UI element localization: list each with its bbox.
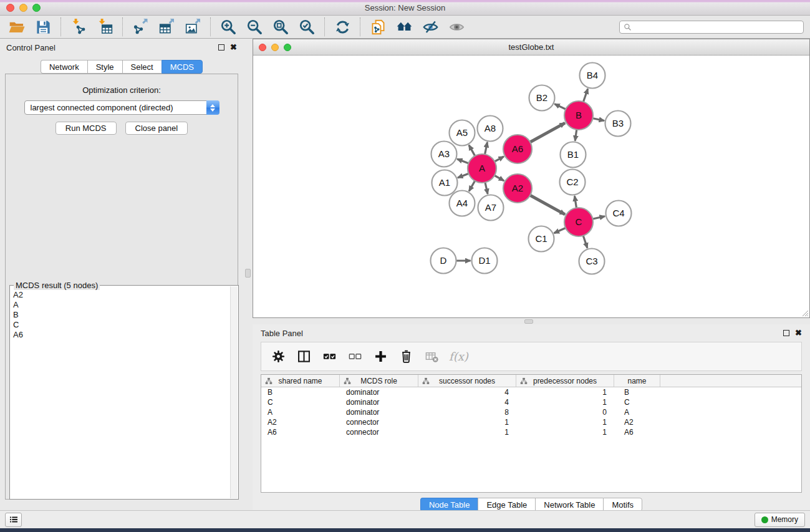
- column-header-predecessor-nodes[interactable]: predecessor nodes: [516, 375, 614, 387]
- graph-node-A8[interactable]: A8: [478, 116, 503, 142]
- zoom-in-button[interactable]: [215, 17, 241, 37]
- graph-node-D1[interactable]: D1: [472, 248, 498, 274]
- table-settings-icon: [271, 349, 286, 364]
- show-graphics-details-icon: [448, 19, 465, 36]
- graph-node-B1[interactable]: B1: [561, 142, 586, 168]
- table-row[interactable]: A2connector11A2: [261, 417, 801, 427]
- graph-node-C1[interactable]: C1: [529, 226, 554, 252]
- float-table-panel-icon[interactable]: [783, 330, 789, 336]
- column-header-shared-name[interactable]: shared name: [261, 375, 340, 387]
- tab-node-table[interactable]: Node Table: [420, 498, 478, 511]
- mcds-result-item[interactable]: A: [13, 300, 230, 310]
- graph-node-A5[interactable]: A5: [450, 120, 475, 146]
- graph-node-C[interactable]: C: [564, 208, 593, 236]
- new-network-from-selection-button[interactable]: [365, 17, 391, 37]
- zoom-selected-button[interactable]: [294, 17, 320, 37]
- close-panel-icon[interactable]: ✖: [230, 44, 237, 51]
- graph-node-A7[interactable]: A7: [478, 195, 504, 221]
- window-resize-grip-icon[interactable]: [801, 309, 808, 316]
- graph-node-B[interactable]: B: [564, 101, 593, 130]
- main-toolbar: [0, 16, 810, 39]
- open-session-button[interactable]: [4, 17, 30, 37]
- table-row[interactable]: A6connector11A6: [261, 427, 801, 437]
- deselect-all-button[interactable]: [347, 349, 363, 365]
- table-cell: A2: [261, 417, 340, 427]
- mcds-result-item[interactable]: C: [13, 320, 230, 330]
- table-row[interactable]: Bdominator41B: [261, 387, 801, 397]
- show-panels-menu-button[interactable]: [5, 513, 22, 527]
- horizontal-splitter[interactable]: [253, 318, 810, 324]
- toolbar-separator: [60, 17, 61, 36]
- search-box[interactable]: [619, 21, 804, 34]
- graph-node-A6[interactable]: A6: [503, 135, 532, 163]
- close-panel-button[interactable]: Close panel: [125, 122, 188, 135]
- toggle-graphics-details-button[interactable]: [417, 17, 443, 37]
- graph-node-C2[interactable]: C2: [560, 170, 586, 195]
- show-graphics-details-button[interactable]: [443, 17, 470, 37]
- column-header-MCDS-role[interactable]: MCDS role: [340, 375, 418, 387]
- tab-select[interactable]: Select: [122, 60, 162, 74]
- select-all-button[interactable]: [321, 349, 337, 365]
- dropdown-selected-value: largest connected component (directed): [25, 101, 219, 114]
- graph-node-C3[interactable]: C3: [579, 249, 605, 274]
- close-table-panel-icon[interactable]: ✖: [795, 330, 802, 336]
- optimization-criterion-select[interactable]: largest connected component (directed): [24, 100, 219, 115]
- graph-node-label: C: [576, 216, 582, 227]
- horizontal-splitter-grip[interactable]: [524, 319, 533, 324]
- delete-column-button[interactable]: [398, 349, 414, 365]
- graph-node-B4[interactable]: B4: [580, 63, 605, 89]
- column-header-successor-nodes[interactable]: successor nodes: [418, 375, 516, 387]
- vertical-splitter-grip[interactable]: [245, 269, 251, 278]
- run-mcds-button[interactable]: Run MCDS: [55, 122, 117, 135]
- table-settings-button[interactable]: [270, 349, 286, 365]
- column-header-name[interactable]: name: [614, 375, 660, 387]
- graph-node-A1[interactable]: A1: [432, 170, 458, 196]
- network-canvas[interactable]: AA1A2A3A4A5A6A7A8BB1B2B3B4CC1C2C3C4DD1: [253, 56, 809, 317]
- mcds-result-item[interactable]: A6: [13, 330, 230, 340]
- tab-style[interactable]: Style: [87, 60, 122, 74]
- mcds-result-item[interactable]: B: [13, 310, 230, 320]
- graph-node-B2[interactable]: B2: [529, 85, 555, 111]
- graph-node-label: C2: [566, 177, 578, 187]
- export-table-button[interactable]: [153, 17, 180, 37]
- home-button[interactable]: [391, 17, 417, 37]
- vertical-splitter[interactable]: [243, 39, 253, 510]
- table-row[interactable]: Adominator80A: [261, 407, 801, 417]
- network-graph[interactable]: AA1A2A3A4A5A6A7A8BB1B2B3B4CC1C2C3C4DD1: [253, 56, 809, 317]
- table-tabs: Node TableEdge TableNetwork TableMotifs: [253, 498, 810, 511]
- float-panel-icon[interactable]: [218, 44, 224, 51]
- graph-node-A3[interactable]: A3: [432, 142, 457, 167]
- main-area: Control Panel ✖ NetworkStyleSelectMCDS O…: [0, 39, 810, 510]
- zoom-out-button[interactable]: [241, 17, 268, 37]
- export-image-button[interactable]: [180, 17, 206, 37]
- import-network-button[interactable]: [65, 17, 92, 37]
- mcds-result-item[interactable]: A2: [13, 290, 230, 300]
- table-cell: 1: [418, 417, 516, 427]
- graph-node-A[interactable]: A: [468, 154, 496, 183]
- graph-node-A4[interactable]: A4: [450, 191, 475, 216]
- control-panel-title: Control Panel: [6, 43, 55, 52]
- tab-motifs[interactable]: Motifs: [603, 498, 642, 511]
- graph-node-A2[interactable]: A2: [503, 174, 532, 203]
- memory-button[interactable]: Memory: [755, 513, 805, 527]
- table-row[interactable]: Cdominator41C: [261, 397, 801, 407]
- import-table-button[interactable]: [92, 17, 118, 37]
- graph-node-D[interactable]: D: [431, 248, 456, 274]
- save-session-button[interactable]: [30, 17, 56, 37]
- dropdown-arrows-icon: [206, 100, 219, 115]
- apply-preferred-layout-icon: [334, 19, 351, 36]
- result-list-scrollbar[interactable]: [230, 286, 238, 498]
- graph-node-B3[interactable]: B3: [605, 111, 631, 137]
- toggle-column-view-button[interactable]: [296, 349, 312, 365]
- graph-node-C4[interactable]: C4: [606, 201, 632, 226]
- search-input[interactable]: [634, 22, 799, 31]
- tab-network[interactable]: Network: [41, 60, 87, 74]
- tab-edge-table[interactable]: Edge Table: [478, 498, 535, 511]
- export-network-button[interactable]: [127, 17, 153, 37]
- tab-mcds[interactable]: MCDS: [162, 60, 203, 74]
- apply-preferred-layout-button[interactable]: [329, 17, 355, 37]
- tab-network-table[interactable]: Network Table: [535, 498, 603, 511]
- zoom-fit-button[interactable]: [268, 17, 294, 37]
- mcds-result-box: MCDS result (5 nodes) A2ABCA6: [9, 285, 239, 500]
- create-column-button[interactable]: [372, 349, 388, 365]
